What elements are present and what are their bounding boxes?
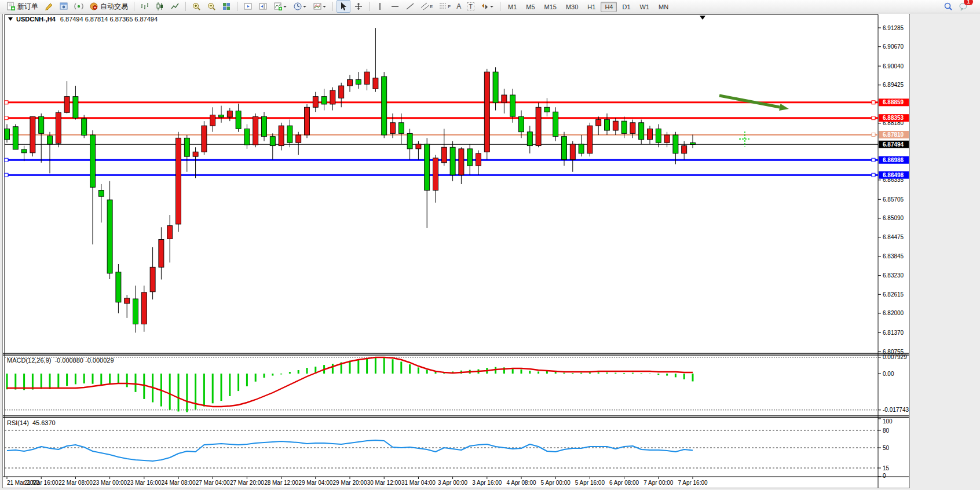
autoscroll-button[interactable]: [241, 0, 255, 13]
bear-candle: [13, 127, 18, 149]
bull-candle: [416, 144, 421, 149]
rsi-value: 45.6370: [32, 419, 56, 426]
channel-tool-button[interactable]: E: [418, 0, 435, 13]
bull-candle: [30, 116, 35, 153]
rsi-title: RSI(14): [7, 419, 29, 426]
bear-candle: [21, 149, 27, 153]
bull-candle: [570, 144, 575, 160]
timeframe-button-mn[interactable]: MN: [654, 2, 672, 12]
signal-button[interactable]: [72, 0, 86, 13]
dropdown-caret-icon[interactable]: [322, 2, 327, 11]
zoom-in-button[interactable]: [189, 0, 203, 13]
candlestick-chart-button[interactable]: [153, 0, 167, 13]
search-button[interactable]: [941, 0, 955, 13]
timeframe-button-d1[interactable]: D1: [618, 2, 634, 12]
macd-axis-label: 0.00: [883, 371, 894, 377]
bull-candle: [296, 135, 301, 142]
bull-candle: [484, 72, 489, 152]
bull-candle: [253, 116, 258, 145]
timeframe-button-w1[interactable]: W1: [636, 2, 654, 12]
text-label-tool-button[interactable]: T: [465, 0, 477, 13]
time-axis-label: 29 Mar 20:00: [333, 480, 367, 486]
fibonacci-icon: [438, 2, 448, 11]
bear-candle: [244, 129, 250, 145]
templates-button[interactable]: [310, 0, 329, 13]
price-axis-label: 6.90670: [883, 43, 904, 50]
crosshair-tool-button[interactable]: [352, 0, 365, 13]
chart-shift-button[interactable]: [256, 0, 270, 13]
add-indicator-button[interactable]: [271, 0, 290, 13]
dropdown-caret-icon[interactable]: [489, 2, 494, 11]
timeframe-button-h1[interactable]: H1: [583, 2, 599, 12]
bear-candle: [184, 138, 189, 156]
bear-candle: [82, 119, 87, 136]
bull-candle: [373, 78, 378, 89]
timeframe-button-m5[interactable]: M5: [522, 2, 539, 12]
trendline-tool-button[interactable]: [403, 0, 417, 13]
arrows-tool-button[interactable]: [478, 0, 496, 13]
time-axis-label: 3 Apr 00:00: [438, 480, 468, 486]
price-axis-label: 6.81370: [883, 330, 904, 336]
time-axis-label: 22 Mar 08:00: [58, 480, 93, 486]
timeframe-group: M1M5M15M30H1H4D1W1MN: [503, 1, 673, 12]
time-axis-label: 23 Mar 00:00: [93, 480, 127, 486]
chart-header-collapse-icon[interactable]: [8, 17, 13, 21]
price-axis-label: 6.83845: [883, 253, 904, 259]
time-axis-label: 27 Mar 20:00: [230, 480, 264, 486]
bear-candle: [553, 112, 558, 136]
rsi-axis-label: 15: [883, 465, 890, 471]
macd-values: -0.000880 -0.000029: [54, 357, 114, 364]
fibonacci-tool-button[interactable]: F: [436, 0, 453, 13]
line-handle: [872, 101, 875, 104]
bear-candle: [407, 133, 412, 149]
horizontal-line-tool-button[interactable]: [388, 0, 402, 13]
bear-candle: [562, 137, 567, 160]
cursor-tool-button[interactable]: [337, 0, 350, 13]
bar-chart-button[interactable]: [138, 0, 152, 13]
bull-candle: [150, 267, 155, 291]
period-button[interactable]: [291, 0, 309, 13]
bear-candle: [73, 97, 78, 118]
bear-candle: [493, 72, 498, 103]
bear-candle: [47, 136, 53, 144]
bull-candle: [64, 97, 70, 113]
price-axis-label: 6.90040: [883, 63, 904, 70]
new-order-icon: [6, 2, 16, 11]
bear-candle: [270, 137, 275, 146]
timeframe-button-h4[interactable]: H4: [601, 2, 617, 12]
chart-canvas[interactable]: 6.912856.906706.900406.894256.881806.863…: [0, 0, 980, 490]
dropdown-caret-icon[interactable]: [302, 2, 307, 11]
timeframe-button-m15[interactable]: M15: [540, 2, 561, 12]
bear-candle: [116, 272, 121, 302]
time-axis-label: 5 Apr 16:00: [575, 480, 605, 486]
tile-windows-button[interactable]: [220, 0, 233, 13]
timeframe-button-m30[interactable]: M30: [562, 2, 582, 12]
price-axis-label: 6.89425: [883, 82, 904, 88]
profile-button[interactable]: [57, 0, 71, 13]
crayon-button[interactable]: [42, 0, 56, 13]
chart-symbol-period: USDCNH-,H4: [16, 16, 56, 23]
text-tool-button[interactable]: A: [454, 0, 463, 13]
vertical-line-tool-button[interactable]: [373, 0, 387, 13]
line-chart-button[interactable]: [168, 0, 182, 13]
bull-candle: [476, 153, 481, 166]
bull-candle: [305, 107, 310, 135]
autotrade-button[interactable]: 自动交易: [87, 0, 130, 13]
price-axis-label: 6.82000: [883, 310, 904, 316]
zoom-out-button[interactable]: [204, 0, 218, 13]
dropdown-caret-icon[interactable]: [283, 2, 287, 11]
timeframe-button-m1[interactable]: M1: [504, 2, 521, 12]
bear-candle: [544, 107, 550, 112]
toolbar-separator: [332, 2, 333, 11]
time-axis-label: 31 Mar 04:00: [401, 480, 436, 486]
bull-candle: [167, 226, 173, 239]
time-axis-label: 4 Apr 08:00: [506, 480, 536, 486]
chat-button[interactable]: 1: [956, 0, 970, 13]
bear-candle: [219, 115, 224, 118]
rsi-axis-label: 0: [883, 473, 886, 479]
line-handle: [872, 133, 875, 136]
bear-candle: [639, 123, 644, 140]
new-order-button[interactable]: 新订单: [4, 0, 41, 13]
bull-candle: [348, 79, 353, 86]
fibonacci-tool-label: F: [448, 4, 451, 9]
